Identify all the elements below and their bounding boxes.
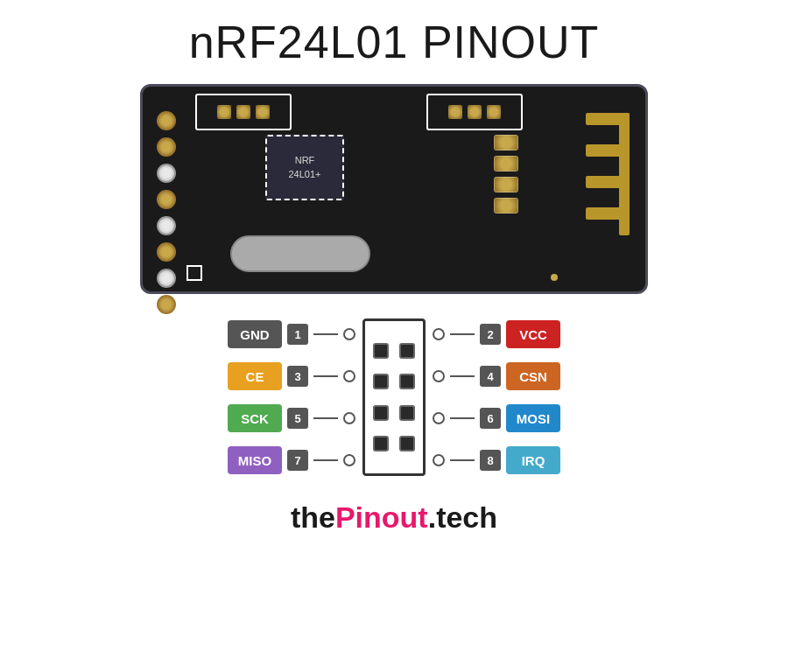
pin-label-gnd: GND bbox=[228, 320, 282, 348]
connector-pin bbox=[373, 374, 389, 389]
pin-label-irq: IRQ bbox=[506, 446, 560, 474]
pin-label-miso: MISO bbox=[228, 446, 282, 474]
pcb-pin-holes bbox=[157, 111, 176, 314]
pin-line-1 bbox=[313, 333, 338, 335]
pin-row-csn: 4 CSN bbox=[433, 362, 560, 390]
footer-the: the bbox=[291, 500, 335, 534]
pin-label-ce: CE bbox=[228, 362, 282, 390]
pin-number-1: 1 bbox=[287, 324, 308, 345]
footer-pinout: Pinout bbox=[335, 500, 428, 534]
connector-row-2 bbox=[373, 374, 415, 389]
pin-number-7: 7 bbox=[287, 450, 308, 471]
connector-pin bbox=[399, 343, 415, 359]
pin-line-2 bbox=[450, 333, 475, 335]
pcb-dot bbox=[551, 274, 558, 281]
connector-pin bbox=[373, 436, 389, 452]
footer-dot: . bbox=[428, 500, 436, 534]
pin-line-5 bbox=[313, 417, 338, 419]
pin-row-miso: MISO 7 bbox=[228, 446, 355, 474]
pin-number-2: 2 bbox=[480, 324, 501, 345]
center-connector bbox=[362, 318, 426, 476]
pin-label-vcc: VCC bbox=[506, 320, 560, 348]
pin-circle-6 bbox=[433, 412, 445, 424]
pcb-top-connector-left bbox=[195, 94, 292, 130]
connector-row-3 bbox=[373, 405, 415, 421]
footer-branding: thePinout.tech bbox=[291, 500, 497, 535]
footer-tech: tech bbox=[436, 500, 497, 534]
pin-row-irq: 8 IRQ bbox=[433, 446, 560, 474]
pin-number-8: 8 bbox=[480, 450, 501, 471]
pin-line-3 bbox=[313, 375, 338, 377]
right-pins: 2 VCC 4 CSN 6 MOSI 8 IRQ bbox=[433, 320, 560, 474]
left-pins: GND 1 CE 3 SCK 5 MISO 7 bbox=[228, 320, 355, 474]
pin-line-4 bbox=[450, 375, 475, 377]
pinout-diagram: GND 1 CE 3 SCK 5 MISO 7 bbox=[88, 318, 700, 476]
pcb-image: NRF24L01+ bbox=[140, 84, 648, 294]
pin-number-6: 6 bbox=[480, 408, 501, 429]
pin-circle-7 bbox=[343, 454, 355, 466]
pin-circle-5 bbox=[343, 412, 355, 424]
pcb-capacitors bbox=[494, 135, 518, 214]
pin-circle-4 bbox=[433, 370, 445, 382]
pin-label-sck: SCK bbox=[228, 404, 282, 432]
pin-number-5: 5 bbox=[287, 408, 308, 429]
pin-row-mosi: 6 MOSI bbox=[433, 404, 560, 432]
pin-circle-2 bbox=[433, 328, 445, 340]
pin-number-4: 4 bbox=[480, 366, 501, 387]
pcb-top-connector-right bbox=[426, 94, 523, 130]
pcb-antenna bbox=[581, 113, 630, 253]
connector-pin bbox=[373, 405, 389, 421]
connector-pin bbox=[373, 343, 389, 359]
pin-label-mosi: MOSI bbox=[506, 404, 560, 432]
connector-row-4 bbox=[373, 436, 415, 452]
pin-row-ce: CE 3 bbox=[228, 362, 355, 390]
pin-circle-1 bbox=[343, 328, 355, 340]
pin-circle-3 bbox=[343, 370, 355, 382]
pcb-bottom-sq bbox=[186, 265, 202, 281]
pin-line-8 bbox=[450, 459, 475, 461]
pin-row-sck: SCK 5 bbox=[228, 404, 355, 432]
pcb-ic-chip: NRF24L01+ bbox=[265, 135, 344, 200]
pin-number-3: 3 bbox=[287, 366, 308, 387]
pin-label-csn: CSN bbox=[506, 362, 560, 390]
pin-row-gnd: GND 1 bbox=[228, 320, 355, 348]
pin-line-7 bbox=[313, 459, 338, 461]
connector-pin bbox=[399, 436, 415, 452]
connector-pin bbox=[399, 405, 415, 421]
page-title: nRF24L01 PINOUT bbox=[189, 16, 600, 68]
pin-circle-8 bbox=[433, 454, 445, 466]
pin-row-vcc: 2 VCC bbox=[433, 320, 560, 348]
pcb-crystal bbox=[230, 235, 370, 272]
pin-line-6 bbox=[450, 417, 475, 419]
connector-pin bbox=[399, 374, 415, 389]
connector-row-1 bbox=[373, 343, 415, 359]
